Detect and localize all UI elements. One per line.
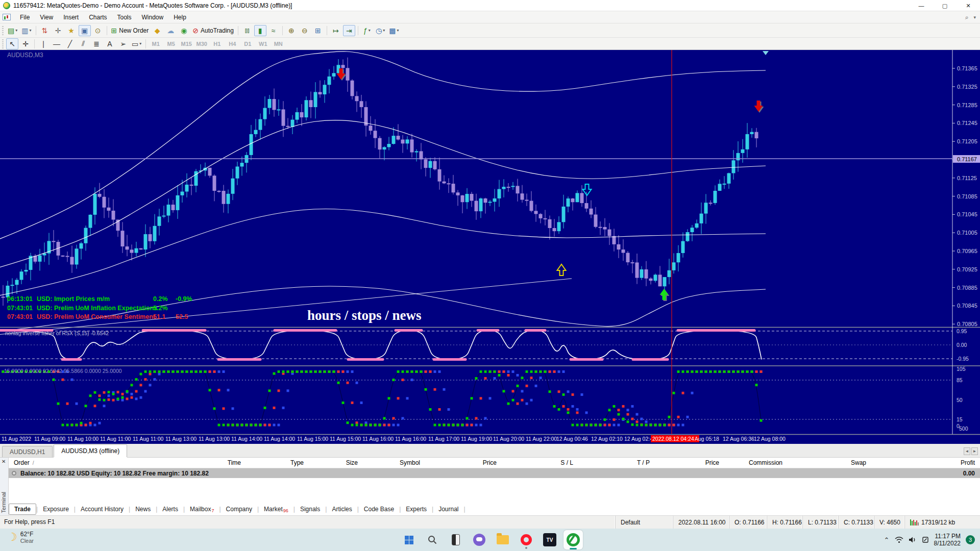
phone-link-button[interactable] — [446, 530, 465, 549]
status-cell-0[interactable]: Default — [615, 516, 673, 529]
column-size[interactable]: Size — [346, 459, 358, 466]
line-chart-mode-button[interactable]: ≈ — [267, 25, 280, 36]
column-time[interactable]: Time — [228, 459, 241, 466]
terminal-tab-alerts[interactable]: Alerts — [157, 504, 183, 514]
clock[interactable]: 11:17 PM 8/11/2022 — [934, 533, 961, 547]
metaeditor-button[interactable]: ◆ — [151, 25, 163, 36]
terminal-tab-code-base[interactable]: Code Base — [359, 504, 399, 514]
strategy-tester-button[interactable]: ⊙ — [92, 25, 104, 36]
vline-tool-button[interactable]: ∣ — [37, 38, 50, 49]
timeframe-m30[interactable]: M30 — [195, 39, 208, 48]
column-type[interactable]: Type — [290, 459, 304, 466]
tradingview-button[interactable]: TV — [540, 530, 559, 549]
signals-button[interactable]: ◉ — [178, 25, 190, 36]
price-chart[interactable]: 0.713650.713250.712850.712450.712050.711… — [0, 50, 980, 444]
bar-chart-mode-button[interactable]: ⫾⫾ — [241, 25, 253, 36]
timeframe-m15[interactable]: M15 — [180, 39, 193, 48]
column-t-p[interactable]: T / P — [637, 459, 650, 466]
auto-scroll-button[interactable]: ↦ — [330, 25, 342, 36]
profiles-button[interactable]: ▥▾ — [20, 25, 33, 36]
chat-button[interactable] — [470, 530, 489, 549]
menu-window[interactable]: Window — [137, 12, 169, 22]
column-swap[interactable]: Swap — [851, 459, 866, 466]
autotrading-button[interactable]: ⊘AutoTrading — [191, 25, 235, 36]
crosshair-tool-button[interactable]: ✛ — [19, 38, 32, 49]
column-price[interactable]: Price — [705, 459, 719, 466]
terminal-tab-articles[interactable]: Articles — [327, 504, 357, 514]
tab-scroll-right[interactable]: ► — [971, 447, 978, 455]
chart-tab-audusd-h1[interactable]: AUDUSD,H1 — [2, 446, 53, 457]
chart-tab-audusd-m3-offline-[interactable]: AUDUSD,M3 (offline) — [54, 444, 127, 457]
channel-tool-button[interactable]: ⫽ — [77, 38, 89, 49]
wifi-icon[interactable] — [895, 536, 903, 543]
terminal-tab-market[interactable]: Market96 — [259, 504, 293, 515]
chart-shift-button[interactable]: ⇥ — [343, 25, 355, 36]
timeframe-m5[interactable]: M5 — [164, 39, 178, 48]
chart-area[interactable]: 0.713650.713250.712850.712450.712050.711… — [0, 50, 980, 444]
opera-button[interactable] — [517, 530, 536, 549]
terminal-tab-exposure[interactable]: Exposure — [38, 504, 74, 514]
terminal-tab-trade[interactable]: Trade — [9, 504, 36, 515]
terminal-toggle-button[interactable]: ▣ — [79, 25, 91, 36]
menu-charts[interactable]: Charts — [84, 12, 112, 22]
timeframe-w1[interactable]: W1 — [256, 39, 270, 48]
text-tool-button[interactable]: A — [104, 38, 116, 49]
terminal-tab-mailbox[interactable]: Mailbox7 — [185, 504, 219, 515]
new-chart-button[interactable]: ▤▾ — [6, 25, 19, 36]
menu-insert[interactable]: Insert — [58, 12, 84, 22]
terminal-tab-experts[interactable]: Experts — [401, 504, 432, 514]
terminal-tab-company[interactable]: Company — [221, 504, 257, 514]
fibo-tool-button[interactable]: ≣ — [90, 38, 103, 49]
file-explorer-button[interactable] — [493, 530, 512, 549]
menu-help[interactable]: Help — [168, 12, 191, 22]
weather-widget[interactable]: ☽ 62°F Clear — [7, 531, 34, 544]
zoom-in-button[interactable]: ⊕ — [285, 25, 298, 36]
notification-badge[interactable]: 3 — [966, 535, 975, 544]
terminal-tab-account-history[interactable]: Account History — [76, 504, 129, 514]
arrows-tool-button[interactable]: ➢ — [117, 38, 129, 49]
column-price[interactable]: Price — [483, 459, 497, 466]
speaker-icon[interactable] — [909, 536, 917, 543]
terminal-close-icon[interactable]: ✕ — [2, 459, 6, 464]
timeframe-mn[interactable]: MN — [272, 39, 285, 48]
new-order-button[interactable]: ⊞New Order — [110, 25, 151, 36]
taskbar-search-button[interactable] — [423, 530, 442, 549]
terminal-tab-news[interactable]: News — [130, 504, 156, 514]
trendline-tool-button[interactable]: ╱ — [64, 38, 76, 49]
cursor-tool-button[interactable]: ↖ — [6, 38, 18, 49]
column-profit[interactable]: Profit — [961, 459, 975, 466]
indicators-button[interactable]: ƒ▾ — [361, 25, 373, 36]
close-button[interactable]: ✕ — [957, 0, 980, 11]
timeframe-h4[interactable]: H4 — [226, 39, 239, 48]
navigator-button[interactable]: ★ — [65, 25, 78, 36]
pen-icon[interactable] — [922, 536, 929, 543]
menu-view[interactable]: View — [35, 12, 58, 22]
hline-tool-button[interactable]: ― — [51, 38, 63, 49]
balance-row[interactable]: Balance: 10 182.82 USD Equity: 10 182.82… — [9, 468, 980, 478]
shapes-tool-button[interactable]: ▭▾ — [130, 38, 143, 49]
minimize-button[interactable]: — — [910, 0, 933, 11]
start-button[interactable] — [399, 530, 419, 549]
menu-tools[interactable]: Tools — [112, 12, 137, 22]
terminal-tab-signals[interactable]: Signals — [295, 504, 325, 514]
chart-upload-button[interactable]: ☁ — [164, 25, 177, 36]
tile-windows-button[interactable]: ⊞ — [312, 25, 324, 36]
terminal-tab-journal[interactable]: Journal — [433, 504, 463, 514]
active-app-button[interactable] — [564, 530, 583, 549]
tab-scroll-left[interactable]: ◄ — [964, 447, 970, 455]
market-watch-button[interactable]: ⇅ — [39, 25, 51, 36]
menu-file[interactable]: File — [15, 12, 35, 22]
column-symbol[interactable]: Symbol — [400, 459, 420, 466]
candlestick-mode-button[interactable]: ▮ — [254, 25, 266, 36]
column-commission[interactable]: Commission — [749, 459, 782, 466]
column-order[interactable]: Order/ — [14, 459, 34, 466]
timeframe-d1[interactable]: D1 — [241, 39, 254, 48]
timeframe-m1[interactable]: M1 — [149, 39, 162, 48]
tray-chevron-icon[interactable]: ⌃ — [884, 536, 890, 544]
restore-child-icon[interactable]: ▾ — [973, 15, 976, 20]
timeframe-h1[interactable]: H1 — [210, 39, 224, 48]
maximize-button[interactable]: ▢ — [933, 0, 957, 11]
column-s-l[interactable]: S / L — [560, 459, 573, 466]
chart-window-icon[interactable] — [3, 14, 11, 20]
search-icon[interactable]: ⌕ — [965, 14, 969, 21]
